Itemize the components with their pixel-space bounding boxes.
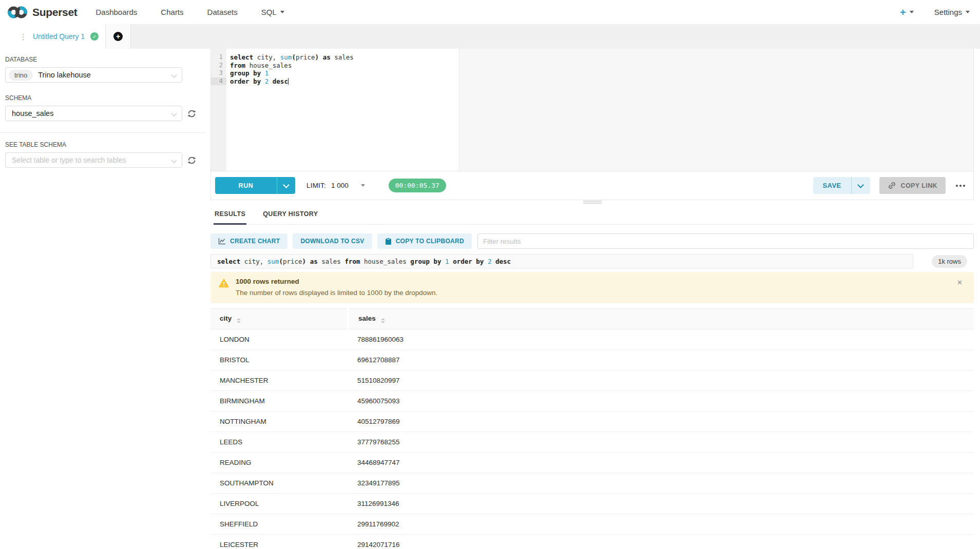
nav-right: + Settings bbox=[900, 7, 980, 17]
tab-untitled-query-1[interactable]: ⋮ Untitled Query 1 ✓ ✕ bbox=[0, 24, 106, 49]
cell-sales: 34468947747 bbox=[348, 453, 974, 473]
table-row: MANCHESTER51510820997 bbox=[210, 370, 974, 391]
chevron-down-icon bbox=[966, 11, 970, 13]
cell-city: LONDON bbox=[210, 329, 348, 350]
refresh-tables-button[interactable] bbox=[187, 155, 197, 165]
sort-icon[interactable] bbox=[237, 318, 241, 323]
code-line[interactable]: select city, sum(price) as sales bbox=[230, 53, 973, 62]
table-row: SHEFFIELD29911769902 bbox=[210, 514, 974, 535]
superset-logo[interactable]: Superset bbox=[0, 5, 77, 19]
database-select[interactable]: trino Trino lakehouse bbox=[5, 67, 182, 83]
query-preview-row: select city, sum(price) as sales from ho… bbox=[210, 254, 974, 268]
schema-name: house_sales bbox=[12, 109, 53, 117]
table-row: NOTTINGHAM40512797869 bbox=[210, 411, 974, 432]
drag-handle-icon[interactable]: ⋮ bbox=[20, 33, 27, 41]
sql-editor[interactable]: 1234 select city, sum(price) as salesfro… bbox=[211, 49, 973, 171]
chevron-down-icon bbox=[171, 72, 177, 77]
download-csv-button[interactable]: DOWNLOAD TO CSV bbox=[293, 233, 372, 249]
cell-city: NOTTINGHAM bbox=[210, 411, 348, 432]
cell-sales: 69612708887 bbox=[348, 350, 974, 370]
copy-link-button[interactable]: COPY LINK bbox=[879, 177, 946, 194]
table-row: READING34468947747 bbox=[210, 453, 974, 473]
copy-to-clipboard-button[interactable]: COPY TO CLIPBOARD bbox=[377, 233, 472, 249]
table-select[interactable]: Select table or type to search tables bbox=[5, 152, 182, 168]
new-item-menu[interactable]: + bbox=[900, 7, 914, 17]
table-row: LEICESTER29142071716 bbox=[210, 535, 974, 549]
results-table: citysales LONDON788861960063BRISTOL69612… bbox=[210, 308, 974, 549]
table-row: SOUTHAMPTON32349177895 bbox=[210, 473, 974, 494]
schema-label: SCHEMA bbox=[5, 94, 205, 102]
code-line[interactable]: from house_sales bbox=[230, 62, 973, 70]
chevron-down-icon bbox=[171, 110, 177, 116]
cell-city: BRISTOL bbox=[210, 350, 348, 370]
tab-results[interactable]: RESULTS bbox=[215, 210, 245, 224]
top-nav: Superset DashboardsChartsDatasetsSQL + S… bbox=[0, 0, 980, 24]
editor-gutter: 1234 bbox=[211, 49, 226, 171]
link-icon bbox=[888, 181, 896, 190]
limit-dropdown[interactable]: LIMIT: 1 000 bbox=[306, 182, 365, 189]
chevron-down-icon bbox=[283, 182, 290, 188]
close-icon[interactable]: ✕ bbox=[957, 279, 963, 286]
database-label: DATABASE bbox=[5, 56, 205, 63]
run-options-button[interactable] bbox=[277, 177, 295, 194]
clipboard-icon bbox=[385, 238, 392, 245]
schema-select[interactable]: house_sales bbox=[5, 106, 182, 121]
line-number: 1 bbox=[211, 53, 226, 62]
query-timer-badge: 00:00:05.37 bbox=[389, 179, 446, 192]
chevron-down-icon bbox=[857, 182, 864, 188]
cell-city: LEICESTER bbox=[210, 535, 348, 549]
cell-sales: 32349177895 bbox=[348, 473, 974, 494]
cell-sales: 40512797869 bbox=[348, 411, 974, 432]
nav-item-datasets[interactable]: Datasets bbox=[207, 8, 238, 16]
superset-infinity-icon bbox=[7, 5, 28, 19]
main-nav: DashboardsChartsDatasetsSQL bbox=[95, 8, 284, 16]
save-split-button[interactable]: SAVE bbox=[813, 177, 870, 194]
cell-city: LEEDS bbox=[210, 432, 348, 453]
tab-query-history[interactable]: QUERY HISTORY bbox=[263, 210, 318, 224]
editor-code-area[interactable]: select city, sum(price) as salesfrom hou… bbox=[226, 49, 973, 171]
pane-resize-handle[interactable] bbox=[210, 201, 974, 204]
code-line[interactable]: order by 2 desc bbox=[230, 77, 973, 86]
save-button[interactable]: SAVE bbox=[813, 177, 851, 194]
executed-query-preview: select city, sum(price) as sales from ho… bbox=[210, 254, 913, 268]
cell-sales: 37779768255 bbox=[348, 432, 974, 453]
brand-name: Superset bbox=[32, 6, 77, 18]
results-actions: CREATE CHART DOWNLOAD TO CSV COPY TO CLI… bbox=[210, 233, 974, 249]
table-row: BIRMINGHAM45960075093 bbox=[210, 391, 974, 411]
line-number: 4 bbox=[211, 77, 226, 86]
results-pane: RESULTSQUERY HISTORY CREATE CHART DOWNLO… bbox=[210, 205, 974, 549]
column-header-city[interactable]: city bbox=[210, 309, 348, 329]
query-tab-bar: ⋮ Untitled Query 1 ✓ ✕ + bbox=[0, 24, 980, 49]
cell-city: LIVERPOOL bbox=[210, 494, 348, 514]
nav-item-charts[interactable]: Charts bbox=[161, 8, 183, 16]
create-chart-button[interactable]: CREATE CHART bbox=[210, 233, 287, 249]
cell-city: SHEFFIELD bbox=[210, 514, 348, 535]
sort-icon[interactable] bbox=[381, 318, 385, 323]
sqllab-sidebar: DATABASE trino Trino lakehouse SCHEMA ho… bbox=[0, 49, 205, 549]
save-options-button[interactable] bbox=[851, 177, 870, 194]
column-header-sales[interactable]: sales bbox=[348, 309, 974, 329]
table-row: LIVERPOOL31126991346 bbox=[210, 494, 974, 514]
run-button[interactable]: RUN bbox=[215, 177, 277, 194]
sidebar-divider bbox=[0, 132, 205, 133]
tab-title[interactable]: Untitled Query 1 bbox=[33, 32, 85, 41]
table-row: BRISTOL69612708887 bbox=[210, 350, 974, 370]
chevron-down-icon bbox=[361, 184, 365, 187]
nav-item-dashboards[interactable]: Dashboards bbox=[95, 8, 137, 16]
settings-menu[interactable]: Settings bbox=[934, 8, 970, 16]
run-split-button[interactable]: RUN bbox=[215, 177, 295, 194]
cell-sales: 31126991346 bbox=[348, 494, 974, 514]
cell-sales: 29911769902 bbox=[348, 514, 974, 535]
cell-sales: 788861960063 bbox=[348, 329, 974, 350]
see-table-schema-label: SEE TABLE SCHEMA bbox=[5, 141, 205, 148]
refresh-icon bbox=[187, 109, 197, 119]
add-tab-button[interactable]: + bbox=[106, 24, 131, 49]
nav-item-sql[interactable]: SQL bbox=[261, 8, 284, 16]
more-actions-button[interactable] bbox=[955, 182, 966, 190]
table-select-placeholder: Select table or type to search tables bbox=[12, 156, 126, 164]
filter-results-input[interactable] bbox=[477, 233, 974, 249]
text-cursor bbox=[288, 78, 289, 85]
code-line[interactable]: group by 1 bbox=[230, 69, 973, 77]
refresh-schemas-button[interactable] bbox=[187, 109, 197, 119]
line-number: 3 bbox=[211, 69, 226, 77]
